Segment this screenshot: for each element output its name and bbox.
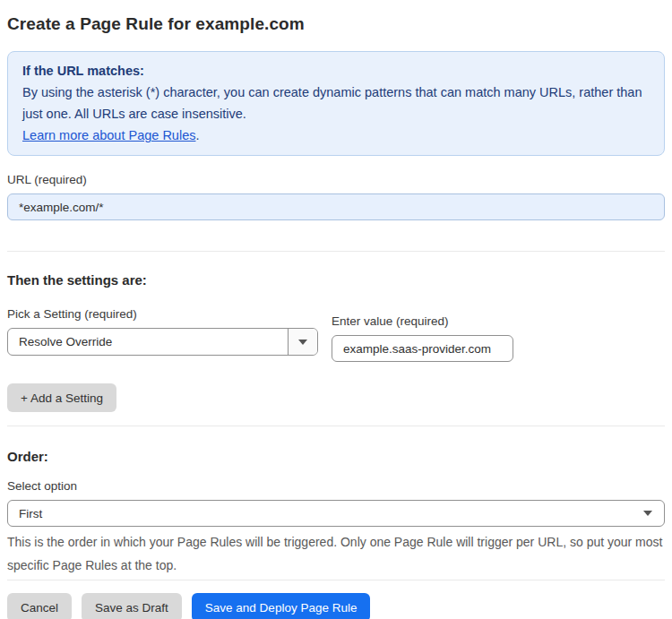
create-page-rule-panel: Create a Page Rule for example.com If th… [0, 0, 672, 619]
chevron-down-icon [298, 340, 307, 345]
save-and-deploy-button[interactable]: Save and Deploy Page Rule [192, 593, 371, 619]
cancel-button[interactable]: Cancel [7, 593, 72, 619]
setting-select-value: Resolve Override [8, 335, 288, 348]
section-divider [7, 251, 665, 252]
order-select-label: Select option [7, 478, 665, 494]
chevron-down-icon [643, 511, 652, 516]
info-box-link-line: Learn more about Page Rules. [22, 125, 650, 146]
add-setting-button[interactable]: + Add a Setting [7, 383, 116, 412]
setting-value-column: Enter value (required) [332, 314, 513, 362]
order-section-heading: Order: [7, 448, 665, 466]
link-suffix-text: . [195, 128, 199, 142]
setting-row: Pick a Setting (required) Resolve Overri… [7, 306, 665, 362]
url-field-label: URL (required) [7, 172, 665, 187]
pick-setting-label: Pick a Setting (required) [7, 306, 318, 322]
url-match-info-box: If the URL matches: By using the asteris… [7, 51, 665, 156]
info-box-heading: If the URL matches: [22, 60, 650, 82]
page-title: Create a Page Rule for example.com [7, 13, 665, 36]
setting-select-arrow-button[interactable] [288, 329, 317, 355]
learn-more-page-rules-link[interactable]: Learn more about Page Rules [22, 128, 195, 142]
info-box-body: By using the asterisk (*) character, you… [22, 82, 650, 125]
footer-divider [7, 580, 665, 580]
setting-select[interactable]: Resolve Override [7, 328, 318, 356]
url-input[interactable] [7, 193, 665, 220]
enter-value-label: Enter value (required) [332, 314, 513, 329]
order-select[interactable]: First [7, 500, 665, 527]
settings-section-heading: Then the settings are: [7, 271, 665, 289]
footer-actions: Cancel Save as Draft Save and Deploy Pag… [7, 593, 665, 619]
setting-picker-column: Pick a Setting (required) Resolve Overri… [7, 306, 318, 362]
order-help-text: This is the order in which your Page Rul… [7, 530, 665, 577]
setting-value-input[interactable] [332, 335, 513, 362]
save-as-draft-button[interactable]: Save as Draft [82, 593, 182, 619]
order-select-value: First [8, 507, 643, 520]
section-divider [7, 426, 665, 426]
